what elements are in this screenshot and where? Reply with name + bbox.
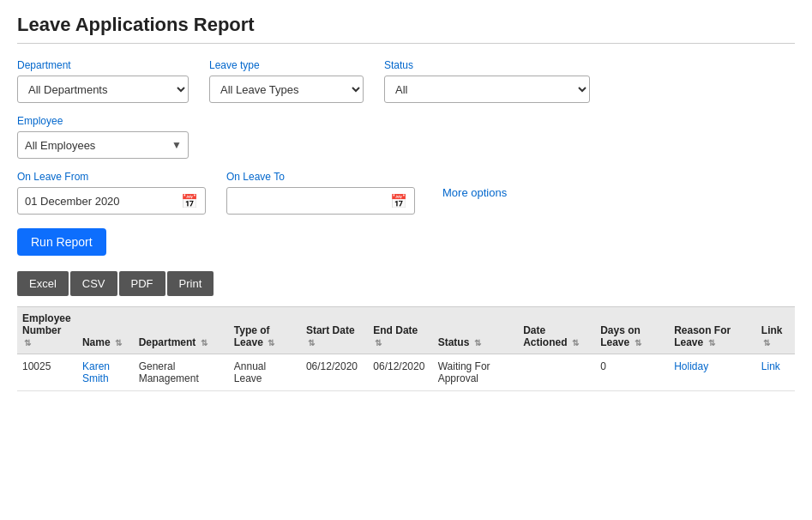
sort-icon-name[interactable]: ⇅ <box>115 338 122 348</box>
calendar-from-icon[interactable]: 📅 <box>181 193 198 209</box>
leave-table: EmployeeNumber ⇅ Name ⇅ Department ⇅ Typ… <box>17 306 795 391</box>
cell-link[interactable]: Link <box>756 354 795 391</box>
col-emp-number: EmployeeNumber ⇅ <box>17 307 77 354</box>
cell-name[interactable]: Karen Smith <box>77 354 134 391</box>
col-start-date: Start Date ⇅ <box>301 307 368 354</box>
col-type-of-leave: Type of Leave ⇅ <box>229 307 301 354</box>
on-leave-from-input[interactable] <box>25 195 181 208</box>
sort-icon-link[interactable]: ⇅ <box>763 338 770 348</box>
sort-icon-days[interactable]: ⇅ <box>635 338 641 348</box>
leavetype-label: Leave type <box>209 59 364 71</box>
on-leave-from-group: On Leave From 📅 <box>17 171 206 215</box>
sort-icon-reason[interactable]: ⇅ <box>708 338 715 348</box>
run-report-button[interactable]: Run Report <box>17 228 106 256</box>
on-leave-from-label: On Leave From <box>17 171 206 183</box>
calendar-to-icon[interactable]: 📅 <box>390 193 407 209</box>
employee-label: Employee <box>17 115 189 127</box>
table-row: 10025 Karen Smith General Management Ann… <box>17 354 795 391</box>
col-status: Status ⇅ <box>433 307 518 354</box>
leavetype-filter-group: Leave type All Leave Types Annual Leave … <box>209 59 364 103</box>
sort-icon-type[interactable]: ⇅ <box>268 338 274 348</box>
col-link: Link ⇅ <box>756 307 795 354</box>
cell-reason-for-leave: Holiday <box>669 354 756 391</box>
status-select[interactable]: All Approved Rejected Waiting For Approv… <box>384 76 590 103</box>
table-header-row: EmployeeNumber ⇅ Name ⇅ Department ⇅ Typ… <box>17 307 795 354</box>
cell-department: General Management <box>134 354 229 391</box>
col-name: Name ⇅ <box>77 307 134 354</box>
filter-row-2: Employee All Employees Karen Smith ▼ <box>17 115 795 159</box>
on-leave-to-label: On Leave To <box>226 171 415 183</box>
on-leave-to-input[interactable] <box>234 195 390 208</box>
excel-button[interactable]: Excel <box>17 271 69 296</box>
pdf-button[interactable]: PDF <box>119 271 165 296</box>
col-date-actioned: Date Actioned ⇅ <box>518 307 595 354</box>
sort-icon-date-actioned[interactable]: ⇅ <box>572 338 579 348</box>
cell-days-on-leave: 0 <box>595 354 669 391</box>
export-bar: Excel CSV PDF Print <box>17 271 795 296</box>
employee-filter-group: Employee All Employees Karen Smith ▼ <box>17 115 189 159</box>
cell-start-date: 06/12/2020 <box>301 354 368 391</box>
more-options-link[interactable]: More options <box>442 186 507 199</box>
col-end-date: End Date ⇅ <box>368 307 432 354</box>
date-row: On Leave From 📅 On Leave To 📅 More optio… <box>17 171 795 215</box>
sort-icon-emp[interactable]: ⇅ <box>24 338 31 348</box>
csv-button[interactable]: CSV <box>70 271 117 296</box>
sort-icon-dept[interactable]: ⇅ <box>201 338 208 348</box>
cell-status: Waiting For Approval <box>433 354 518 391</box>
leavetype-select[interactable]: All Leave Types Annual Leave Sick Leave … <box>209 76 364 103</box>
employee-select-wrapper: All Employees Karen Smith ▼ <box>17 131 189 159</box>
page-title: Leave Applications Report <box>17 14 795 36</box>
sort-icon-end[interactable]: ⇅ <box>375 338 382 348</box>
employee-select[interactable]: All Employees Karen Smith <box>17 131 189 159</box>
department-filter-group: Department All Departments Finance HR IT… <box>17 59 189 103</box>
col-reason-for-leave: Reason For Leave ⇅ <box>669 307 756 354</box>
sort-icon-status[interactable]: ⇅ <box>474 338 481 348</box>
filter-row-1: Department All Departments Finance HR IT… <box>17 59 795 103</box>
on-leave-from-input-wrapper: 📅 <box>17 187 206 215</box>
col-days-on-leave: Days on Leave ⇅ <box>595 307 669 354</box>
department-label: Department <box>17 59 189 71</box>
on-leave-to-input-wrapper: 📅 <box>226 187 415 215</box>
department-select[interactable]: All Departments Finance HR IT General Ma… <box>17 76 189 103</box>
col-department: Department ⇅ <box>134 307 229 354</box>
print-button[interactable]: Print <box>167 271 214 296</box>
cell-end-date: 06/12/2020 <box>368 354 432 391</box>
sort-icon-start[interactable]: ⇅ <box>308 338 315 348</box>
cell-date-actioned <box>518 354 595 391</box>
cell-emp-number: 10025 <box>17 354 77 391</box>
on-leave-to-group: On Leave To 📅 <box>226 171 415 215</box>
cell-type-of-leave: Annual Leave <box>229 354 301 391</box>
status-label: Status <box>384 59 590 71</box>
status-filter-group: Status All Approved Rejected Waiting For… <box>384 59 590 103</box>
